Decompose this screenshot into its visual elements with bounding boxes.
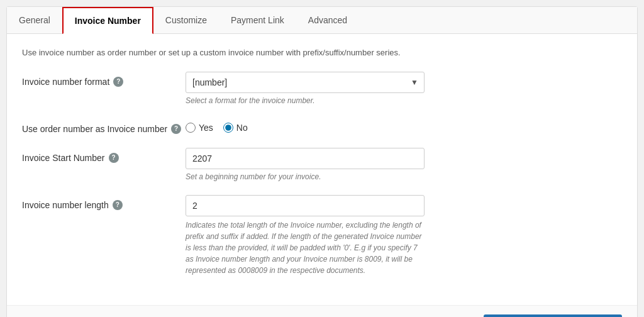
format-control: [number] [prefix][number] [number][suffi… (186, 72, 622, 105)
number-length-control: Indicates the total length of the Invoic… (186, 195, 622, 276)
tab-customize[interactable]: Customize (153, 7, 219, 34)
format-hint: Select a format for the invoice number. (186, 96, 622, 105)
radio-yes-label: Yes (199, 123, 213, 133)
format-label: Invoice number format ? (22, 72, 186, 87)
use-order-number-help-icon[interactable]: ? (171, 124, 181, 134)
format-help-icon[interactable]: ? (113, 77, 123, 87)
tab-content: Use invoice number as order number or se… (7, 34, 637, 305)
format-select[interactable]: [number] [prefix][number] [number][suffi… (186, 72, 425, 93)
settings-card: General Invoice Number Customize Payment… (6, 6, 638, 317)
number-length-row: Invoice number length ? Indicates the to… (22, 195, 622, 276)
number-length-input[interactable] (186, 195, 425, 216)
start-number-hint: Set a beginning number for your invoice. (186, 172, 622, 181)
card-footer: Save Invoice number settings (7, 305, 637, 318)
number-length-help-icon[interactable]: ? (113, 200, 123, 210)
tab-advanced[interactable]: Advanced (296, 7, 359, 34)
start-number-label-text: Invoice Start Number (22, 153, 105, 163)
page-description: Use invoice number as order number or se… (22, 47, 622, 59)
format-select-wrapper: [number] [prefix][number] [number][suffi… (186, 72, 425, 93)
number-length-hint: Indicates the total length of the Invoic… (186, 220, 425, 276)
radio-no-label: No (236, 123, 248, 133)
use-order-number-label: Use order number as Invoice number ? (22, 119, 186, 134)
tab-invoice-number[interactable]: Invoice Number (62, 7, 153, 34)
start-number-input[interactable] (186, 148, 425, 169)
radio-yes-option[interactable]: Yes (186, 123, 213, 133)
start-number-help-icon[interactable]: ? (109, 153, 119, 163)
number-length-label-text: Invoice number length (22, 200, 109, 210)
radio-no-option[interactable]: No (223, 123, 248, 133)
start-number-control: Set a beginning number for your invoice. (186, 148, 622, 181)
tab-payment-link[interactable]: Payment Link (219, 7, 296, 34)
start-number-label: Invoice Start Number ? (22, 148, 186, 163)
page-wrapper: General Invoice Number Customize Payment… (0, 0, 644, 317)
format-row: Invoice number format ? [number] [prefix… (22, 72, 622, 105)
save-button[interactable]: Save Invoice number settings (484, 314, 622, 318)
tabs-bar: General Invoice Number Customize Payment… (7, 7, 637, 34)
number-length-label: Invoice number length ? (22, 195, 186, 210)
use-order-number-control: Yes No (186, 119, 622, 133)
radio-group: Yes No (186, 119, 622, 133)
start-number-row: Invoice Start Number ? Set a beginning n… (22, 148, 622, 181)
radio-yes-input[interactable] (186, 123, 196, 133)
format-label-text: Invoice number format (22, 77, 109, 87)
use-order-number-row: Use order number as Invoice number ? Yes… (22, 119, 622, 134)
use-order-number-label-text: Use order number as Invoice number (22, 124, 167, 134)
tab-general[interactable]: General (7, 7, 62, 34)
radio-no-input[interactable] (223, 123, 233, 133)
